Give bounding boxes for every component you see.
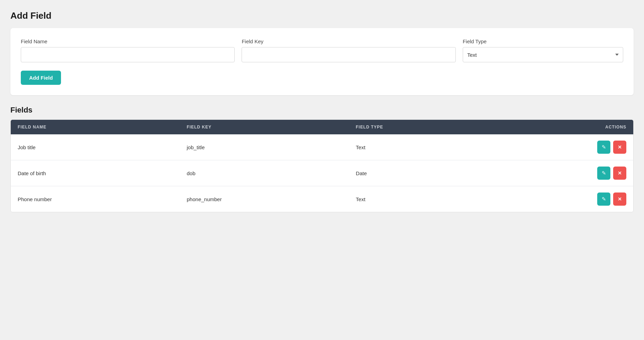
row-2-edit-button[interactable]: [597, 167, 610, 180]
row-3-delete-button[interactable]: [613, 193, 626, 206]
table-header-field-name: FIELD NAME: [18, 125, 187, 129]
add-field-button[interactable]: Add Field: [21, 71, 61, 85]
field-name-label: Field Name: [21, 38, 235, 44]
row-2-actions: [525, 167, 626, 180]
row-3-field-type: Text: [356, 196, 525, 202]
pencil-icon: [602, 170, 606, 176]
fields-section-title: Fields: [10, 106, 634, 115]
close-icon: [618, 170, 622, 176]
field-key-input[interactable]: [242, 47, 455, 62]
page-title: Add Field: [10, 10, 634, 21]
row-1-field-key: job_title: [187, 144, 356, 150]
table-row: Phone number phone_number Text: [11, 186, 633, 212]
table-header-field-type: FIELD TYPE: [356, 125, 525, 129]
field-key-group: Field Key: [242, 38, 455, 62]
field-name-group: Field Name: [21, 38, 235, 62]
table-header: FIELD NAME FIELD KEY FIELD TYPE ACTIONS: [11, 120, 633, 134]
field-name-input[interactable]: [21, 47, 235, 62]
row-1-edit-button[interactable]: [597, 141, 610, 154]
row-3-actions: [525, 193, 626, 206]
close-icon: [618, 196, 622, 202]
row-1-field-type: Text: [356, 144, 525, 150]
row-3-field-name: Phone number: [18, 196, 187, 202]
table-header-field-key: FIELD KEY: [187, 125, 356, 129]
row-3-edit-button[interactable]: [597, 193, 610, 206]
row-2-delete-button[interactable]: [613, 167, 626, 180]
table-header-actions: ACTIONS: [525, 125, 626, 129]
field-type-select[interactable]: Text Date Number Boolean: [463, 47, 623, 62]
row-1-field-name: Job title: [18, 144, 187, 150]
field-key-label: Field Key: [242, 38, 455, 44]
form-row: Field Name Field Key Field Type Text Dat…: [21, 38, 623, 62]
add-field-form: Field Name Field Key Field Type Text Dat…: [10, 28, 634, 95]
field-type-label: Field Type: [463, 38, 623, 44]
row-1-actions: [525, 141, 626, 154]
field-type-group: Field Type Text Date Number Boolean: [463, 38, 623, 62]
pencil-icon: [602, 144, 606, 150]
row-1-delete-button[interactable]: [613, 141, 626, 154]
close-icon: [618, 144, 622, 150]
fields-table: FIELD NAME FIELD KEY FIELD TYPE ACTIONS …: [10, 119, 634, 212]
pencil-icon: [602, 196, 606, 202]
row-2-field-name: Date of birth: [18, 170, 187, 176]
table-row: Date of birth dob Date: [11, 160, 633, 186]
row-3-field-key: phone_number: [187, 196, 356, 202]
row-2-field-type: Date: [356, 170, 525, 176]
table-row: Job title job_title Text: [11, 134, 633, 160]
row-2-field-key: dob: [187, 170, 356, 176]
